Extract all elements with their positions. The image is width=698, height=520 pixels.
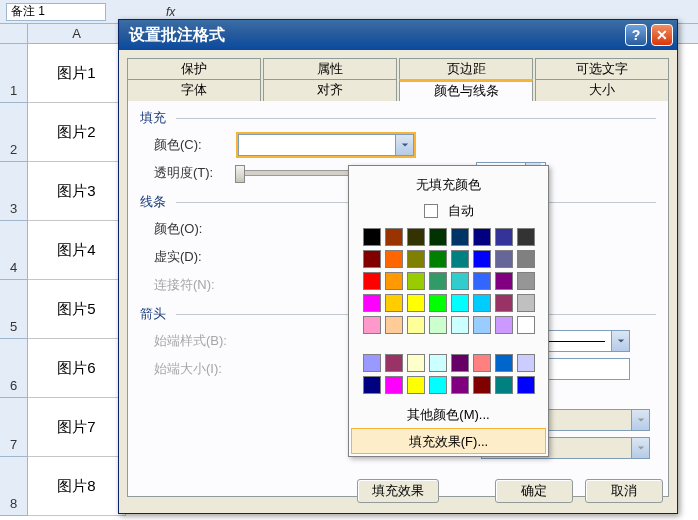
color-swatch[interactable] [495,250,513,268]
color-swatch[interactable] [363,250,381,268]
row-header[interactable]: 4 [0,221,28,280]
color-swatch[interactable] [517,376,535,394]
color-swatch[interactable] [363,376,381,394]
help-button[interactable]: ? [625,24,647,46]
color-swatch[interactable] [407,354,425,372]
no-fill-option[interactable]: 无填充颜色 [349,172,548,198]
tab-字体[interactable]: 字体 [127,79,261,101]
color-swatch[interactable] [407,250,425,268]
transparency-label: 透明度(T): [154,164,238,182]
row-header[interactable]: 2 [0,103,28,162]
color-swatch[interactable] [451,354,469,372]
color-swatch[interactable] [451,294,469,312]
color-swatch[interactable] [517,354,535,372]
color-swatch[interactable] [429,272,447,290]
fx-label: fx [166,5,175,19]
color-swatch[interactable] [451,250,469,268]
ok-button[interactable]: 确定 [495,479,573,503]
cell[interactable]: 图片8 [28,457,126,516]
begin-style-label: 始端样式(B): [154,332,238,350]
cell[interactable]: 图片1 [28,44,126,103]
color-swatch[interactable] [407,272,425,290]
color-swatch[interactable] [429,228,447,246]
color-swatch[interactable] [473,294,491,312]
color-swatch[interactable] [473,354,491,372]
color-swatch[interactable] [385,376,403,394]
col-header-a[interactable]: A [28,24,126,43]
color-swatch[interactable] [495,354,513,372]
auto-option[interactable]: 自动 [349,198,548,224]
close-button[interactable]: ✕ [651,24,673,46]
color-swatch[interactable] [385,250,403,268]
cell[interactable]: 图片4 [28,221,126,280]
tab-可选文字[interactable]: 可选文字 [535,58,669,80]
color-swatch[interactable] [495,376,513,394]
color-swatch[interactable] [407,294,425,312]
color-swatch[interactable] [363,294,381,312]
cancel-button[interactable]: 取消 [585,479,663,503]
name-box-input[interactable] [6,3,106,21]
tab-保护[interactable]: 保护 [127,58,261,80]
color-swatch[interactable] [363,316,381,334]
color-swatch[interactable] [495,294,513,312]
color-swatch[interactable] [429,250,447,268]
color-swatch[interactable] [429,316,447,334]
color-swatch[interactable] [451,228,469,246]
color-swatch[interactable] [517,294,535,312]
cell[interactable]: 图片6 [28,339,126,398]
color-swatch[interactable] [517,316,535,334]
cell[interactable]: 图片7 [28,398,126,457]
color-swatch[interactable] [385,272,403,290]
row-header[interactable]: 5 [0,280,28,339]
color-swatch[interactable] [407,376,425,394]
color-swatch[interactable] [429,376,447,394]
cell[interactable]: 图片3 [28,162,126,221]
color-swatch[interactable] [517,272,535,290]
tab-大小[interactable]: 大小 [535,79,669,101]
cell[interactable]: 图片2 [28,103,126,162]
color-swatch[interactable] [385,316,403,334]
color-swatch[interactable] [429,354,447,372]
color-swatch[interactable] [363,228,381,246]
color-swatch[interactable] [517,228,535,246]
color-swatch[interactable] [385,228,403,246]
color-swatch[interactable] [495,272,513,290]
tab-颜色与线条[interactable]: 颜色与线条 [399,79,533,101]
color-swatch[interactable] [495,228,513,246]
color-swatch[interactable] [473,376,491,394]
fill-group-label: 填充 [140,109,656,127]
color-swatch[interactable] [429,294,447,312]
color-swatch[interactable] [451,376,469,394]
other-colors-option[interactable]: 其他颜色(M)... [349,402,548,428]
cell[interactable]: 图片5 [28,280,126,339]
color-picker-popup: 无填充颜色 自动 其他颜色(M)... 填充效果(F)... [348,165,549,457]
color-swatch[interactable] [473,228,491,246]
color-swatch[interactable] [473,316,491,334]
tab-对齐[interactable]: 对齐 [263,79,397,101]
row-header[interactable]: 3 [0,162,28,221]
fill-color-select[interactable] [238,134,414,156]
color-swatch[interactable] [517,250,535,268]
titlebar[interactable]: 设置批注格式 ? ✕ [119,20,677,50]
fill-color-label: 颜色(C): [154,136,238,154]
row-header[interactable]: 8 [0,457,28,516]
tab-属性[interactable]: 属性 [263,58,397,80]
row-header[interactable]: 7 [0,398,28,457]
color-swatch[interactable] [407,228,425,246]
color-swatch[interactable] [407,316,425,334]
row-header[interactable]: 6 [0,339,28,398]
color-swatch[interactable] [473,272,491,290]
fill-effects-option[interactable]: 填充效果(F)... [351,428,546,454]
row-header[interactable]: 1 [0,44,28,103]
color-swatch[interactable] [363,272,381,290]
fill-effects-hint-button[interactable]: 填充效果 [357,479,439,503]
color-swatch[interactable] [385,294,403,312]
slider-thumb[interactable] [235,165,245,183]
color-swatch[interactable] [363,354,381,372]
tab-页边距[interactable]: 页边距 [399,58,533,80]
color-swatch[interactable] [451,272,469,290]
color-swatch[interactable] [451,316,469,334]
color-swatch[interactable] [495,316,513,334]
color-swatch[interactable] [473,250,491,268]
color-swatch[interactable] [385,354,403,372]
